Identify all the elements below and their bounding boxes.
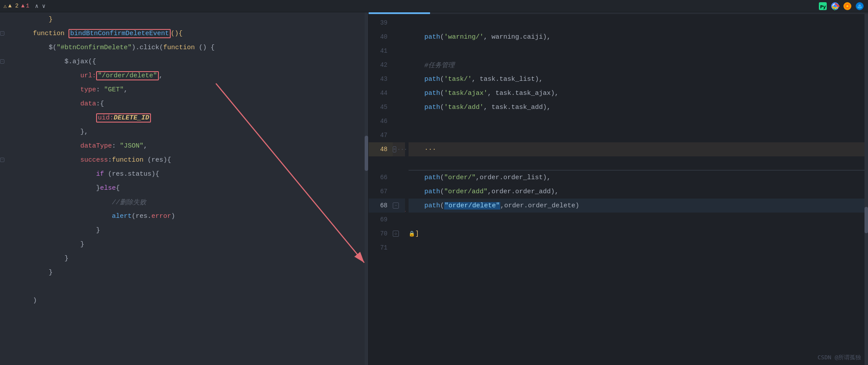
- code-line-data-open: data:{: [33, 97, 368, 111]
- nav-up-button[interactable]: ∧: [34, 2, 40, 10]
- highlight-box-function-name: bindBtnConfirmDeleteEvent: [68, 29, 171, 38]
- code-area-left: − − −: [0, 12, 368, 365]
- firefox-icon[interactable]: [843, 1, 852, 11]
- line-numbers-left: [10, 12, 29, 365]
- right-line-68: path("order/delete",order.order_delete): [409, 199, 864, 213]
- right-line-66: path("order/",order.order_list),: [409, 170, 864, 184]
- code-line-brace-close: }: [33, 12, 368, 26]
- fold-icon-func[interactable]: −: [0, 31, 4, 36]
- fold-icon-ajax[interactable]: −: [0, 59, 4, 64]
- right-line-39: [409, 16, 864, 30]
- code-line-empty: [33, 279, 368, 293]
- lock-icon-70: 🔒: [409, 231, 415, 237]
- right-code-content: path('warning/', warning.caiji), #任务管理 p…: [405, 14, 864, 365]
- chrome-icon[interactable]: [830, 1, 840, 11]
- code-line-close4: }: [33, 265, 368, 279]
- svg-point-7: [846, 5, 849, 7]
- svg-point-11: [858, 4, 861, 7]
- code-line-ajax: $.ajax({: [33, 54, 368, 69]
- code-line-url: url:"/order/delete",: [33, 69, 368, 83]
- code-line-close3: }: [33, 251, 368, 265]
- browser-icons: Py: [818, 1, 864, 11]
- right-code-area: 39 40 41 42 43 44 45 46 47 48 66 67 68 6…: [369, 14, 868, 365]
- code-content-left: } function bindBtnConfirmDeleteEvent(){ …: [29, 12, 368, 365]
- error-triangle-icon: ▲: [21, 3, 25, 9]
- right-line-48-collapsed: ···: [409, 142, 864, 156]
- fold-icon-68[interactable]: −: [393, 202, 399, 209]
- highlight-box-uid: uid:DELETE_ID: [96, 113, 151, 123]
- fold-gutter-left: − − −: [0, 12, 10, 365]
- code-line-uid: uid:DELETE_ID: [33, 111, 368, 125]
- error-badge: ▲ 1: [21, 3, 29, 9]
- right-line-69: [409, 213, 864, 227]
- code-line-data-close: },: [33, 125, 368, 139]
- warning-badge: ⚠ ▲ 2: [4, 3, 18, 10]
- fold-gutter-right: + ··· − ◇: [393, 14, 405, 365]
- code-line-type: type: "GET",: [33, 83, 368, 97]
- error-count: 1: [26, 3, 29, 9]
- right-line-sep: [409, 156, 864, 170]
- scrollbar-left[interactable]: [365, 12, 368, 365]
- code-line-paren-close: ): [33, 293, 368, 307]
- top-bar: ⚠ ▲ 2 ▲ 1 ∧ ∨ Py: [0, 0, 868, 12]
- code-line-alert: alert(res.error): [33, 209, 368, 223]
- pycharm-icon[interactable]: Py: [818, 1, 828, 11]
- svg-text:Py: Py: [820, 4, 826, 10]
- right-line-46: [409, 114, 864, 128]
- nav-arrows: ∧ ∨: [34, 2, 47, 10]
- right-line-43: path('task/', task.task_list),: [409, 72, 864, 86]
- scrollbar-right[interactable]: [864, 14, 868, 365]
- fold-icon-70[interactable]: ◇: [393, 231, 399, 237]
- warning-triangle-icon: ⚠: [4, 3, 7, 10]
- code-line-else: }else{: [33, 181, 368, 195]
- code-line-comment: //删除失败: [33, 195, 368, 209]
- scrollbar-thumb-right[interactable]: [864, 207, 868, 233]
- expand-icon-48[interactable]: +: [393, 146, 396, 152]
- right-line-44: path('task/ajax', task.task_ajax),: [409, 86, 864, 100]
- right-panel: 39 40 41 42 43 44 45 46 47 48 66 67 68 6…: [369, 12, 868, 365]
- right-line-41: [409, 44, 864, 58]
- right-line-70: 🔒]: [409, 227, 864, 241]
- highlight-order-delete: "order/delete": [444, 202, 500, 210]
- code-line-close1: }: [33, 223, 368, 237]
- code-line-function-def: function bindBtnConfirmDeleteEvent(){: [33, 26, 368, 40]
- main-content: − − −: [0, 12, 868, 365]
- watermark: CSDN @所谓孤独: [818, 354, 861, 361]
- highlight-box-url: "/order/delete": [96, 71, 159, 80]
- scrollbar-thumb-left[interactable]: [365, 136, 368, 171]
- right-line-45: path('task/add', task.task_add),: [409, 100, 864, 114]
- code-line-close2: }: [33, 237, 368, 251]
- right-line-71: [409, 241, 864, 255]
- code-line-success: success:function (res){: [33, 153, 368, 167]
- code-line-datatype: dataType: "JSON",: [33, 139, 368, 153]
- code-line-if: if (res.status){: [33, 167, 368, 181]
- right-line-40: path('warning/', warning.caiji),: [409, 30, 864, 44]
- fold-icon-success[interactable]: −: [0, 158, 4, 162]
- right-line-67: path("order/add",order.order_add),: [409, 184, 864, 199]
- warning-count: ▲ 2: [8, 3, 18, 9]
- nav-down-button[interactable]: ∨: [41, 2, 47, 10]
- left-panel: − − −: [0, 12, 369, 365]
- code-line-click: $("#btnConfirmDelete").click(function ()…: [33, 40, 368, 54]
- right-line-47: [409, 128, 864, 142]
- right-line-42: #任务管理: [409, 58, 864, 72]
- line-numbers-right: 39 40 41 42 43 44 45 46 47 48 66 67 68 6…: [369, 14, 393, 365]
- edge-icon[interactable]: [855, 1, 864, 11]
